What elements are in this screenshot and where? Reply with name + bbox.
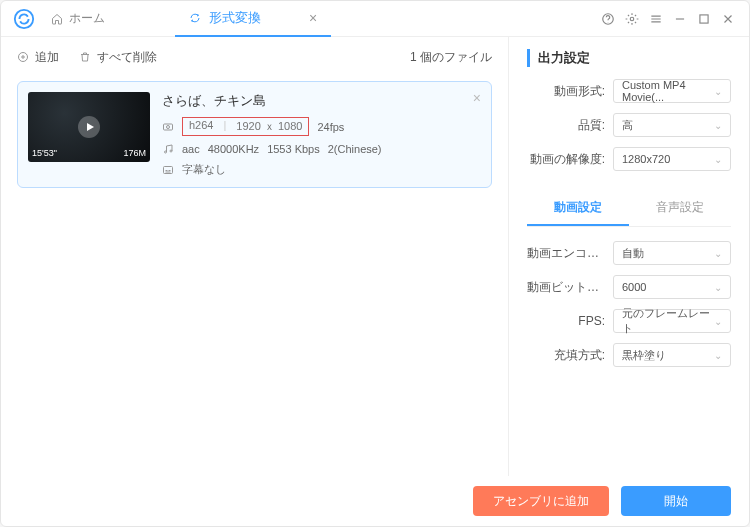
- output-section-title: 出力設定: [527, 49, 731, 67]
- tab-close-button[interactable]: ×: [309, 10, 317, 26]
- file-title: さらば、チキン島: [162, 92, 481, 110]
- add-button[interactable]: 追加: [17, 49, 59, 66]
- fill-select[interactable]: 黒枠塗り⌄: [613, 343, 731, 367]
- maximize-icon[interactable]: [697, 12, 711, 26]
- add-to-assembly-button[interactable]: アセンブリに追加: [473, 486, 609, 516]
- video-thumbnail[interactable]: 15'53" 176M: [28, 92, 150, 162]
- video-size: 176M: [123, 148, 146, 158]
- video-codec: h264: [189, 119, 213, 134]
- audio-bitrate: 1553 Kbps: [267, 143, 320, 155]
- home-icon: [51, 13, 63, 25]
- quality-select[interactable]: 高⌄: [613, 113, 731, 137]
- quality-label: 品質:: [527, 117, 605, 134]
- add-label: 追加: [35, 49, 59, 66]
- chevron-down-icon: ⌄: [714, 282, 722, 293]
- video-resolution: 1920 ｘ 1080: [236, 119, 302, 134]
- video-fps: 24fps: [317, 121, 344, 133]
- home-tab[interactable]: ホーム: [41, 10, 115, 27]
- audio-codec: aac: [182, 143, 200, 155]
- chevron-down-icon: ⌄: [714, 86, 722, 97]
- bitrate-label: 動画ビットレー...: [527, 279, 605, 296]
- svg-point-7: [165, 151, 167, 153]
- encoder-select[interactable]: 自動⌄: [613, 241, 731, 265]
- tab-audio-settings[interactable]: 音声設定: [629, 191, 731, 226]
- menu-icon[interactable]: [649, 12, 663, 26]
- svg-rect-5: [164, 124, 173, 130]
- svg-point-8: [170, 150, 172, 152]
- fill-label: 充填方式:: [527, 347, 605, 364]
- bitrate-select[interactable]: 6000⌄: [613, 275, 731, 299]
- video-duration: 15'53": [32, 148, 57, 158]
- refresh-icon: [189, 12, 201, 24]
- app-logo-icon: [13, 8, 35, 30]
- subtitle-icon: [162, 164, 174, 176]
- file-count: 1 個のファイル: [410, 49, 492, 66]
- chevron-down-icon: ⌄: [714, 316, 722, 327]
- svg-point-2: [630, 17, 634, 21]
- settings-gear-icon[interactable]: [625, 12, 639, 26]
- resolution-select[interactable]: 1280x720⌄: [613, 147, 731, 171]
- play-icon: [78, 116, 100, 138]
- clear-all-button[interactable]: すべて削除: [79, 49, 157, 66]
- format-label: 動画形式:: [527, 83, 605, 100]
- format-select[interactable]: Custom MP4 Movie(...⌄: [613, 79, 731, 103]
- chevron-down-icon: ⌄: [714, 154, 722, 165]
- resolution-label: 動画の解像度:: [527, 151, 605, 168]
- close-icon[interactable]: [721, 12, 735, 26]
- svg-rect-3: [700, 14, 708, 22]
- home-label: ホーム: [69, 10, 105, 27]
- chevron-down-icon: ⌄: [714, 248, 722, 259]
- video-icon: [162, 121, 174, 133]
- file-card[interactable]: × 15'53" 176M さらば、チキン島 h264 | 1920 ｘ 108…: [17, 81, 492, 188]
- help-icon[interactable]: [601, 12, 615, 26]
- svg-point-0: [15, 9, 33, 27]
- fps-select[interactable]: 元のフレームレート⌄: [613, 309, 731, 333]
- trash-icon: [79, 51, 91, 63]
- tab-label: 形式変換: [209, 9, 261, 27]
- minimize-icon[interactable]: [673, 12, 687, 26]
- tab-video-settings[interactable]: 動画設定: [527, 191, 629, 226]
- fps-label: FPS:: [527, 314, 605, 328]
- clear-label: すべて削除: [97, 49, 157, 66]
- audio-lang: 2(Chinese): [328, 143, 382, 155]
- add-icon: [17, 51, 29, 63]
- audio-samplerate: 48000KHz: [208, 143, 259, 155]
- chevron-down-icon: ⌄: [714, 350, 722, 361]
- start-button[interactable]: 開始: [621, 486, 731, 516]
- video-codec-box: h264 | 1920 ｘ 1080: [182, 117, 309, 136]
- subtitle-status: 字幕なし: [182, 162, 226, 177]
- card-close-button[interactable]: ×: [473, 90, 481, 106]
- svg-point-6: [167, 125, 170, 128]
- chevron-down-icon: ⌄: [714, 120, 722, 131]
- encoder-label: 動画エンコーダ:: [527, 245, 605, 262]
- audio-icon: [162, 143, 174, 155]
- tab-format-convert[interactable]: 形式変換 ×: [175, 1, 331, 37]
